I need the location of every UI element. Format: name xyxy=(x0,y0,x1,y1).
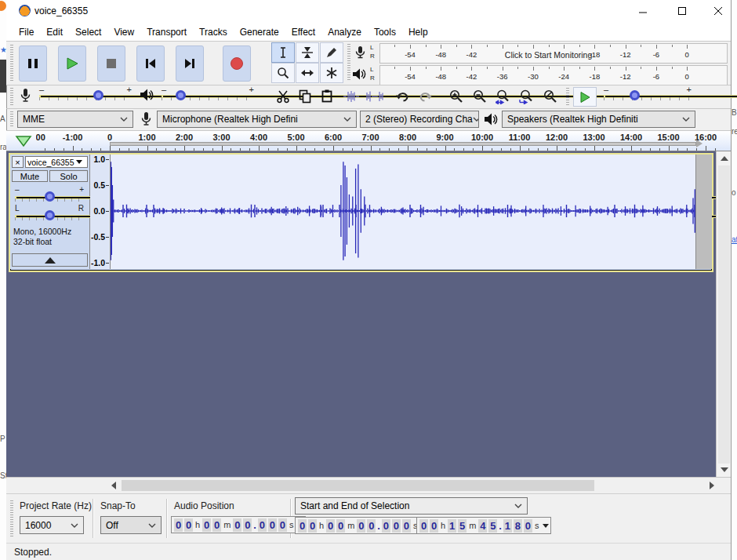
menu-item-tools[interactable]: Tools xyxy=(368,24,402,40)
mixer-toolbar-grip[interactable] xyxy=(10,88,13,105)
pause-button[interactable] xyxy=(19,45,47,82)
time-digit[interactable]: 0 xyxy=(268,518,277,532)
meter-toolbar-grip[interactable] xyxy=(347,44,350,82)
playback-meter[interactable]: -54-48-42-36-30-24-18-12-60 xyxy=(379,65,728,85)
track-name-menu[interactable]: voice_66355 xyxy=(25,156,88,168)
playback-volume-slider[interactable]: – + xyxy=(162,89,254,104)
play-speed-slider[interactable]: – + xyxy=(604,89,692,104)
draw-tool-button[interactable] xyxy=(320,42,343,63)
recording-volume-slider[interactable]: – + xyxy=(39,89,132,104)
redo-button[interactable] xyxy=(414,86,436,107)
close-button[interactable] xyxy=(701,0,735,22)
multi-tool-button[interactable] xyxy=(320,63,343,83)
time-shift-tool-button[interactable] xyxy=(296,63,319,83)
cut-button[interactable] xyxy=(272,86,294,107)
record-meter-mic-icon[interactable] xyxy=(354,45,367,62)
time-digit[interactable]: 0 xyxy=(202,518,211,532)
time-digit[interactable]: 8 xyxy=(514,519,522,533)
menu-item-generate[interactable]: Generate xyxy=(234,24,285,40)
time-digit[interactable]: 0 xyxy=(430,519,438,533)
time-digit[interactable]: 1 xyxy=(448,519,456,533)
device-toolbar-grip[interactable] xyxy=(10,111,13,127)
selection-end-field[interactable]: 00h15m45.180s xyxy=(416,517,551,534)
menu-item-analyze[interactable]: Analyze xyxy=(321,24,368,40)
record-button[interactable] xyxy=(223,45,251,82)
waveform[interactable] xyxy=(111,155,695,269)
track-after-audio-region[interactable] xyxy=(695,155,712,269)
time-digit[interactable]: 0 xyxy=(419,519,428,533)
play-at-speed-button[interactable] xyxy=(573,87,597,107)
time-digit[interactable]: 4 xyxy=(478,519,487,533)
scroll-right-icon[interactable] xyxy=(710,482,714,489)
scroll-up-icon[interactable] xyxy=(721,156,728,161)
time-digit[interactable]: 1 xyxy=(503,519,512,533)
time-digit[interactable]: 0 xyxy=(212,518,221,532)
project-rate-select[interactable]: 16000 xyxy=(20,516,84,534)
transport-toolbar-grip[interactable] xyxy=(10,45,13,81)
trim-audio-button[interactable] xyxy=(340,86,362,107)
menu-item-select[interactable]: Select xyxy=(69,24,107,40)
menu-item-edit[interactable]: Edit xyxy=(40,24,69,40)
time-digit[interactable]: 0 xyxy=(184,518,193,532)
scroll-left-icon[interactable] xyxy=(111,482,116,489)
menu-item-help[interactable]: Help xyxy=(402,24,434,40)
slider-thumb[interactable] xyxy=(630,90,640,100)
zoom-toggle-button[interactable] xyxy=(539,86,561,107)
recording-device-select[interactable]: Microphone (Realtek High Defini xyxy=(157,111,357,128)
recording-meter[interactable]: -54-48-42-18-12-60Click to Start Monitor… xyxy=(379,43,728,64)
zoom-out-button[interactable] xyxy=(469,86,491,107)
time-digit[interactable]: 0 xyxy=(402,519,411,533)
time-digit[interactable]: 0 xyxy=(258,518,267,532)
menu-item-file[interactable]: File xyxy=(13,24,40,40)
time-digit[interactable]: 0 xyxy=(382,519,390,533)
time-digit[interactable]: 5 xyxy=(458,519,467,533)
track-vertical-ruler[interactable]: 1.00.50.0-0.5-1.0 xyxy=(90,155,111,269)
solo-button[interactable]: Solo xyxy=(49,170,88,182)
slider-thumb[interactable] xyxy=(45,191,55,202)
menu-item-view[interactable]: View xyxy=(107,24,140,40)
skip-to-end-button[interactable] xyxy=(176,45,204,82)
snap-to-select[interactable]: Off xyxy=(100,516,162,534)
selection-mode-select[interactable]: Start and End of Selection xyxy=(295,497,528,515)
play-meter-speaker-icon[interactable] xyxy=(352,67,367,84)
meter-message[interactable]: Click to Start Monitoring xyxy=(505,50,592,60)
play-button[interactable] xyxy=(58,45,86,82)
timeline-options-button[interactable] xyxy=(13,133,34,149)
fit-selection-button[interactable] xyxy=(492,86,514,107)
time-digit[interactable]: 0 xyxy=(298,519,307,533)
zoom-in-button[interactable] xyxy=(445,86,467,107)
audio-track[interactable]: × voice_66355 Mute Solo – + xyxy=(9,153,713,272)
time-digit[interactable]: 0 xyxy=(326,519,335,533)
silence-audio-button[interactable] xyxy=(364,86,386,107)
minimize-button[interactable] xyxy=(626,0,660,22)
selection-toolbar-grip[interactable] xyxy=(10,500,13,536)
zoom-tool-button[interactable] xyxy=(271,63,295,83)
quick-play-region[interactable] xyxy=(110,142,696,146)
menu-item-transport[interactable]: Transport xyxy=(140,24,193,40)
time-digit[interactable]: 0 xyxy=(308,519,317,533)
time-digit[interactable]: 0 xyxy=(243,518,252,532)
track-pan-slider[interactable]: L R xyxy=(15,208,84,222)
horizontal-scrollbar-thumb[interactable] xyxy=(122,480,594,491)
scroll-down-icon[interactable] xyxy=(721,467,728,472)
envelope-tool-button[interactable] xyxy=(296,42,319,63)
time-digit[interactable]: 0 xyxy=(367,519,376,533)
horizontal-scrollbar[interactable] xyxy=(6,477,731,493)
audio-host-select[interactable]: MME xyxy=(17,111,133,128)
track-collapse-button[interactable] xyxy=(12,253,88,267)
playback-device-select[interactable]: Speakers (Realtek High Definiti xyxy=(502,111,695,128)
time-digit[interactable]: 0 xyxy=(174,518,183,532)
menu-item-tracks[interactable]: Tracks xyxy=(193,24,234,40)
vertical-scrollbar-thumb[interactable] xyxy=(718,165,730,464)
selection-tool-button[interactable] xyxy=(271,42,295,63)
skip-to-start-button[interactable] xyxy=(136,45,165,82)
time-digit[interactable]: 0 xyxy=(524,519,532,533)
time-digit[interactable]: 5 xyxy=(488,519,497,533)
time-digit[interactable]: 0 xyxy=(336,519,345,533)
quick-play-pointer-icon[interactable] xyxy=(696,140,703,147)
recording-channels-select[interactable]: 2 (Stereo) Recording Cha xyxy=(360,111,479,128)
time-digit[interactable]: 0 xyxy=(392,519,401,533)
track-close-button[interactable]: × xyxy=(12,156,24,168)
time-field-dropdown-icon[interactable] xyxy=(543,524,549,528)
undo-button[interactable] xyxy=(392,86,414,107)
